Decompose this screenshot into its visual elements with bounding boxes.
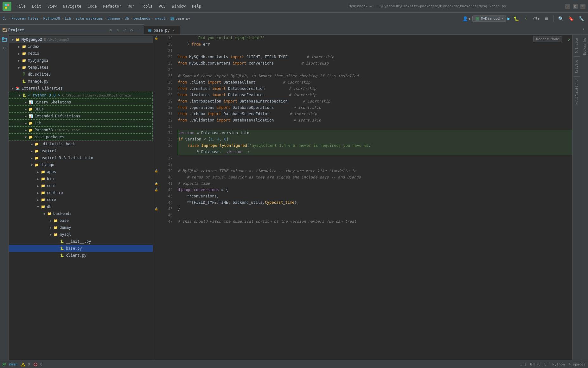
tree-item-django[interactable]: ▼ 📁 django (9, 161, 153, 168)
tab-close-button[interactable]: ✕ (172, 28, 176, 33)
tree-item-initpy[interactable]: ▶ 🐍 __init__.py (9, 238, 153, 245)
database-panel-label[interactable]: Database (574, 36, 579, 55)
profile-button[interactable]: ⏱▾ (532, 14, 541, 23)
breadcrumb-python38[interactable]: Python38 (43, 16, 60, 21)
folder-tree-icon (2, 37, 7, 42)
tree-item-mydj2[interactable]: ▼ 📁 MyDjango2 D:\MyDjango2 (9, 36, 153, 43)
menu-run[interactable]: Run (125, 3, 137, 10)
tree-item-contrib[interactable]: ▶ 📁 contrib (9, 189, 153, 196)
tree-label-distutils: _distutils_hack (41, 142, 75, 146)
status-git-branch[interactable]: main (3, 362, 17, 366)
tree-item-db[interactable]: ▼ 📁 db (9, 203, 153, 210)
tab-basepy[interactable]: py base.py ✕ (144, 26, 180, 34)
tree-item-bin[interactable]: ▶ 📁 bin (9, 175, 153, 182)
status-indent[interactable]: 4 spaces (569, 362, 585, 366)
right-strip-divider1 (574, 56, 580, 57)
status-warnings[interactable]: ! 0 (21, 362, 30, 366)
tree-item-clientpy[interactable]: ▶ 🐍 client.py (9, 252, 153, 259)
project-view-button[interactable] (1, 36, 8, 43)
maximize-button[interactable]: □ (573, 4, 578, 9)
user-icon-button[interactable]: 👤▾ (462, 14, 471, 23)
menu-vcs[interactable]: VCS (156, 3, 168, 10)
tree-item-extlibs[interactable]: ▼ 📚 External Libraries (9, 85, 153, 92)
tree-item-apps[interactable]: ▶ 📁 apps (9, 168, 153, 175)
menu-refactor[interactable]: Refactor (100, 3, 124, 10)
tree-item-python38[interactable]: ▼ 🐍 < Python 3.8 > C:\Program Files\Pyth… (9, 92, 153, 99)
tree-item-lib[interactable]: ▶ 📁 Lib (9, 120, 153, 127)
close-panel-button[interactable]: ─ (136, 27, 141, 33)
tree-item-python38root[interactable]: ▶ 📁 Python38 library root (9, 127, 153, 134)
status-line-col[interactable]: 1:1 (520, 362, 526, 366)
tree-item-mysql[interactable]: ▼ 📁 mysql (9, 231, 153, 238)
status-file-type[interactable]: Python (552, 362, 565, 366)
bookmarks-label[interactable]: Bookmarks (582, 36, 587, 57)
menu-code[interactable]: Code (85, 3, 99, 10)
tree-item-mydj2inner[interactable]: ▶ 📁 MyDjango2 (9, 57, 153, 64)
tree-item-conf[interactable]: ▶ 📁 conf (9, 182, 153, 189)
tree-item-base-folder[interactable]: ▶ 📁 base (9, 217, 153, 224)
tree-item-binskel[interactable]: ▶ 📊 Binary Skeletons (9, 99, 153, 106)
breadcrumb-db[interactable]: db (125, 16, 129, 21)
svg-point-15 (3, 365, 4, 366)
bookmark-button[interactable]: 🔖 (566, 14, 575, 23)
tree-item-dlls[interactable]: ▶ 📁 DLLs (9, 106, 153, 113)
menu-navigate[interactable]: Navigate (61, 3, 84, 10)
status-errors[interactable]: ✕ 0 (34, 362, 42, 366)
menu-help[interactable]: Help (189, 3, 204, 10)
tab-more-button[interactable]: ⋮ (579, 24, 588, 34)
breadcrumb-mysql[interactable]: mysql (155, 16, 165, 21)
tree-item-media[interactable]: ▶ 📁 media (9, 50, 153, 57)
breadcrumb-sitepackages[interactable]: site-packages (76, 16, 103, 21)
bookmarks-view-button[interactable]: ⊟ (1, 44, 8, 51)
scview-panel-label[interactable]: SciView (574, 58, 579, 75)
tree-item-dummy[interactable]: ▶ 📁 dummy (9, 224, 153, 231)
tree-item-templates[interactable]: ▶ 📁 templates (9, 64, 153, 71)
run-button[interactable]: ▶ (507, 16, 510, 22)
breadcrumb-backends[interactable]: backends (134, 16, 150, 21)
svg-rect-12 (2, 38, 7, 41)
tree-label-basepy: base.py (66, 246, 82, 251)
linenum-41: 41 (159, 180, 173, 187)
menu-window[interactable]: Window (169, 3, 188, 10)
tree-label-conf: conf (47, 184, 56, 188)
tree-item-managepy[interactable]: ▶ 🐍 manage.py (9, 78, 153, 85)
reader-mode-button[interactable]: Reader Mode (533, 36, 562, 42)
svg-text:py: py (149, 29, 151, 32)
code-editor[interactable]: 🔒 🔒 (153, 35, 572, 360)
menu-tools[interactable]: Tools (138, 3, 155, 10)
tree-item-index[interactable]: ▶ 📁 index (9, 43, 153, 50)
tree-item-backends[interactable]: ▼ 📁 backends (9, 210, 153, 217)
tree-item-extdefs[interactable]: ▶ 📊 Extended Definitions (9, 113, 153, 120)
add-content-button[interactable]: ⊕ (108, 27, 113, 33)
settings-button[interactable]: 🔧 (577, 14, 585, 23)
menu-view[interactable]: View (45, 3, 59, 10)
tree-item-basepy[interactable]: ▶ 🐍 base.py (9, 245, 153, 252)
coverage-button[interactable]: ⚡ (522, 14, 531, 23)
tree-item-asgiref381[interactable]: ▶ 📁 asgiref-3.8.1.dist-info (9, 154, 153, 161)
minimize-button[interactable]: ─ (565, 4, 570, 9)
breadcrumb-c[interactable]: C: (3, 16, 7, 21)
tree-item-asgiref[interactable]: ▶ 📁 asgiref (9, 147, 153, 154)
tree-item-core[interactable]: ▶ 📁 core (9, 196, 153, 203)
breadcrumb-programfiles[interactable]: Program Files (11, 16, 39, 21)
breadcrumb-django[interactable]: django (107, 16, 120, 21)
tree-item-dbsqlite[interactable]: ▶ 🗄 db.sqlite3 (9, 71, 153, 78)
tree-label-dbsqlite: db.sqlite3 (28, 72, 51, 77)
tree-item-sitepkgs[interactable]: ▼ 📁 site-packages (9, 134, 153, 140)
settings-panel-button[interactable]: ⚙ (129, 27, 134, 33)
breadcrumb-lib[interactable]: Lib (65, 16, 71, 21)
status-line-ending[interactable]: LF (544, 362, 548, 366)
collapse-all-button[interactable]: ⇅ (115, 27, 120, 33)
menu-file[interactable]: File (14, 3, 28, 10)
close-button[interactable]: ✕ (580, 4, 585, 9)
stop-button[interactable]: ⏹ (542, 14, 551, 23)
project-selector[interactable]: M MyDjango2 ▾ (472, 16, 506, 22)
status-encoding[interactable]: UTF-8 (530, 362, 540, 366)
code-content[interactable]: 'Did you install mysqlclient?' ) from er… (175, 35, 572, 360)
expand-all-button[interactable]: ⤢ (122, 27, 127, 33)
debug-button[interactable]: 🐛 (512, 14, 521, 23)
search-button[interactable]: 🔍 (556, 14, 565, 23)
tree-item-distutils[interactable]: ▶ 📁 _distutils_hack (9, 140, 153, 147)
notifications-panel-label[interactable]: Notifications (574, 78, 579, 106)
menu-edit[interactable]: Edit (29, 3, 44, 10)
